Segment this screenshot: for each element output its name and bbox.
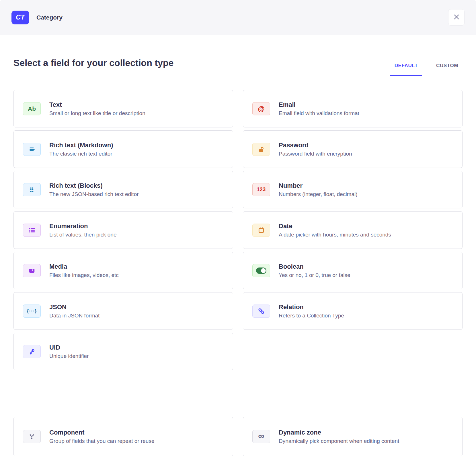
field-card-title: Text xyxy=(49,102,145,108)
field-card-description: Refers to a Collection Type xyxy=(279,313,344,318)
field-card-uid[interactable]: UID Unique identifier xyxy=(13,333,233,370)
advanced-grid-right-column: ∞ Dynamic zone Dynamically pick componen… xyxy=(243,417,463,456)
field-card-title: UID xyxy=(49,344,89,351)
field-card-title: Enumeration xyxy=(49,223,116,229)
collection-type-badge: CT xyxy=(11,11,29,24)
field-card-description: Data in JSON format xyxy=(49,313,100,318)
field-card-description: The classic rich text editor xyxy=(49,151,113,156)
uid-key-icon xyxy=(23,345,41,358)
field-card-text[interactable]: Ab Text Small or long text like title or… xyxy=(13,90,233,127)
field-card-description: Files like images, videos, etc xyxy=(49,272,119,278)
modal-body: Select a field for your collection type … xyxy=(0,57,476,456)
field-card-number[interactable]: 123 Number Numbers (integer, float, deci… xyxy=(243,171,463,208)
dynamic-zone-infinity-icon: ∞ xyxy=(252,430,270,443)
text-ab-icon: Ab xyxy=(23,102,41,115)
close-button[interactable] xyxy=(448,9,465,26)
field-grid: Ab Text Small or long text like title or… xyxy=(13,90,463,370)
richtext-blocks-icon xyxy=(23,183,41,196)
field-select-modal: CT Category Select a field for your coll… xyxy=(0,0,476,473)
number-123-glyph: 123 xyxy=(257,187,266,193)
enumeration-list-icon xyxy=(23,224,41,237)
field-card-password[interactable]: Password Password field with encryption xyxy=(243,130,463,168)
field-card-description: Unique identifier xyxy=(49,353,89,359)
field-card-description: Small or long text like title or descrip… xyxy=(49,111,145,116)
field-card-description: Dynamically pick component when editing … xyxy=(279,438,399,444)
richtext-markdown-icon xyxy=(23,143,41,156)
field-card-boolean[interactable]: Boolean Yes or no, 1 or 0, true or false xyxy=(243,252,463,289)
field-card-enumeration[interactable]: Enumeration List of values, then pick on… xyxy=(13,211,233,249)
field-card-description: List of values, then pick one xyxy=(49,232,116,237)
field-card-description: Numbers (integer, float, decimal) xyxy=(279,191,358,197)
field-card-richtext-blocks[interactable]: Rich text (Blocks) The new JSON-based ri… xyxy=(13,171,233,208)
field-card-description: Email field with validations format xyxy=(279,111,359,116)
component-branch-icon xyxy=(23,430,41,443)
field-card-description: Group of fields that you can repeat or r… xyxy=(49,438,155,444)
field-card-title: Media xyxy=(49,263,119,270)
tab-default[interactable]: DEFAULT xyxy=(390,63,422,76)
dynamic-zone-infinity-glyph: ∞ xyxy=(258,432,264,440)
field-card-title: Rich text (Blocks) xyxy=(49,183,139,189)
field-card-title: Email xyxy=(279,102,359,108)
json-braces-icon: {···} xyxy=(23,305,41,318)
date-calendar-icon xyxy=(252,224,270,237)
field-card-title: Boolean xyxy=(279,263,350,270)
field-card-title: JSON xyxy=(49,304,100,310)
field-card-dynamic-zone[interactable]: ∞ Dynamic zone Dynamically pick componen… xyxy=(243,417,463,456)
email-at-glyph: @ xyxy=(258,105,264,113)
field-card-date[interactable]: Date A date picker with hours, minutes a… xyxy=(243,211,463,249)
field-card-description: The new JSON-based rich text editor xyxy=(49,191,139,197)
advanced-field-grid: Component Group of fields that you can r… xyxy=(13,417,463,456)
tab-custom[interactable]: CUSTOM xyxy=(432,63,463,76)
field-card-title: Date xyxy=(279,223,391,229)
page-title: Select a field for your collection type xyxy=(13,57,173,76)
close-icon xyxy=(453,13,460,22)
boolean-toggle-icon xyxy=(252,264,270,277)
number-123-icon: 123 xyxy=(252,183,270,196)
field-card-email[interactable]: @ Email Email field with validations for… xyxy=(243,90,463,127)
modal-header: CT Category xyxy=(0,0,476,35)
field-grid-left-column: Ab Text Small or long text like title or… xyxy=(13,90,233,370)
field-card-json[interactable]: {···} JSON Data in JSON format xyxy=(13,292,233,330)
field-card-media[interactable]: Media Files like images, videos, etc xyxy=(13,252,233,289)
field-card-title: Password xyxy=(279,142,352,148)
field-grid-right-column: @ Email Email field with validations for… xyxy=(243,90,463,330)
field-card-component[interactable]: Component Group of fields that you can r… xyxy=(13,417,233,456)
text-ab-glyph: Ab xyxy=(28,105,36,112)
collection-type-name: Category xyxy=(36,14,63,21)
field-card-relation[interactable]: Relation Refers to a Collection Type xyxy=(243,292,463,330)
field-card-title: Relation xyxy=(279,304,344,310)
field-card-description: Yes or no, 1 or 0, true or false xyxy=(279,272,350,278)
title-row: Select a field for your collection type … xyxy=(13,57,463,76)
field-card-description: A date picker with hours, minutes and se… xyxy=(279,232,391,237)
email-at-icon: @ xyxy=(252,102,270,115)
field-card-title: Number xyxy=(279,183,358,189)
advanced-grid-left-column: Component Group of fields that you can r… xyxy=(13,417,233,456)
collection-type-badge-label: CT xyxy=(16,13,25,21)
json-braces-glyph: {···} xyxy=(27,308,37,314)
field-card-title: Dynamic zone xyxy=(279,429,399,436)
password-lock-icon xyxy=(252,143,270,156)
field-card-title: Rich text (Markdown) xyxy=(49,142,113,148)
tab-bar: DEFAULT CUSTOM xyxy=(381,63,463,76)
field-card-description: Password field with encryption xyxy=(279,151,352,156)
media-picture-icon xyxy=(23,264,41,277)
relation-link-icon xyxy=(252,305,270,318)
field-card-richtext-markdown[interactable]: Rich text (Markdown) The classic rich te… xyxy=(13,130,233,168)
field-card-title: Component xyxy=(49,429,155,436)
